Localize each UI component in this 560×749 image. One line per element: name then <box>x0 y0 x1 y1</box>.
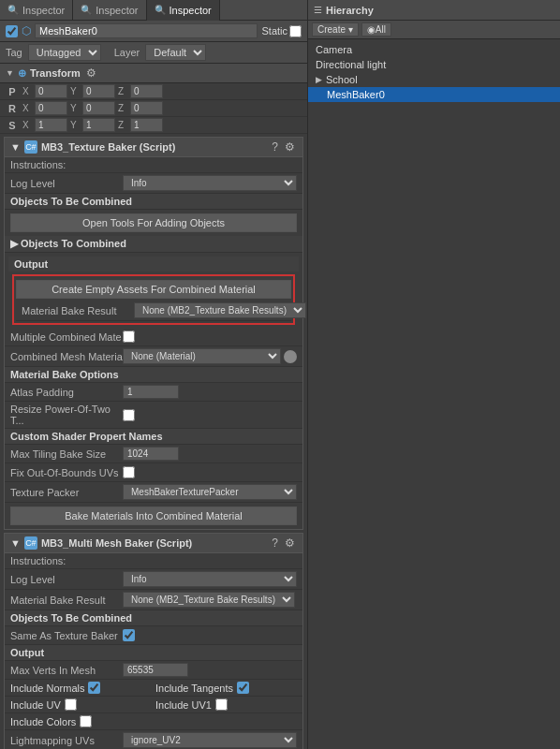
max-verts-row: Max Verts In Mesh <box>5 661 302 680</box>
same-as-texture-checkbox[interactable] <box>123 629 135 641</box>
material-bake-options-label: Material Bake Options <box>10 369 119 380</box>
max-verts-input[interactable] <box>123 663 188 677</box>
object-type-icon: ⬡ <box>22 24 31 37</box>
sub-objects-header[interactable]: ▶ Objects To Combined <box>5 236 302 253</box>
atlas-padding-row: Atlas Padding <box>5 383 302 402</box>
log-level-row-tb: Log Level Info <box>5 173 302 194</box>
tag-row: Tag Untagged Layer Default <box>0 42 307 64</box>
include-uv1-col: Include UV1 <box>155 698 297 711</box>
inspector-icon-2: 🔍 <box>81 5 92 15</box>
material-bake-options-header[interactable]: Material Bake Options <box>5 367 302 383</box>
texture-baker-arrow: ▼ <box>10 141 21 153</box>
include-normals-row: Include Normals Include Tangents <box>5 680 302 697</box>
hier-item-meshbaker0[interactable]: MeshBaker0 <box>308 87 560 102</box>
material-bake-dropdown-mmb[interactable]: None (MB2_Texture Bake Results) <box>123 592 295 608</box>
material-bake-result-dropdown[interactable]: None (MB2_Texture Bake Results) <box>134 302 306 318</box>
resize-power-checkbox[interactable] <box>123 409 135 421</box>
include-normals-label: Include Normals <box>10 683 84 694</box>
texture-baker-header[interactable]: ▼ C# MB3_Texture Baker (Script) ? ⚙ <box>5 138 302 157</box>
include-uv-col: Include UV <box>10 698 152 711</box>
log-level-label-tb: Log Level <box>10 178 123 189</box>
multi-mesh-baker-header[interactable]: ▼ C# MB3_Multi Mesh Baker (Script) ? ⚙ <box>5 534 302 553</box>
sub-objects-label: ▶ Objects To Combined <box>10 238 126 250</box>
tab-inspector-1[interactable]: 🔍 Inspector <box>0 0 73 21</box>
log-level-dropdown-tb[interactable]: Info <box>123 175 297 191</box>
custom-shader-header[interactable]: Custom Shader Propert Names <box>5 429 302 445</box>
texture-baker-help-icon[interactable]: ? <box>270 140 280 154</box>
transform-settings-icon[interactable]: ⚙ <box>84 66 98 80</box>
object-active-checkbox[interactable] <box>6 25 18 37</box>
include-uv1-label: Include UV1 <box>155 699 212 711</box>
same-as-texture-label: Same As Texture Baker <box>10 630 123 641</box>
include-uv-checkbox[interactable] <box>65 698 77 711</box>
combined-mesh-dot-icon[interactable] <box>284 350 297 363</box>
hier-item-directional-light[interactable]: Directional light <box>308 57 560 72</box>
transform-icon: ⊕ <box>18 67 26 80</box>
transform-r-xyz: X Y Z <box>22 101 302 115</box>
transform-r-z[interactable] <box>130 101 163 115</box>
tab-inspector-2[interactable]: 🔍 Inspector <box>73 0 146 21</box>
transform-row-p: P X Y Z <box>0 83 307 100</box>
create-button[interactable]: Create ▾ <box>312 22 359 37</box>
hierarchy-title: Hierarchy <box>326 5 374 16</box>
output-section-tb: Output Create Empty Assets For Combined … <box>5 253 302 325</box>
transform-p-x[interactable] <box>35 84 67 98</box>
transform-p-y[interactable] <box>82 84 115 98</box>
create-assets-button[interactable]: Create Empty Assets For Combined Materia… <box>16 280 291 299</box>
fix-out-checkbox[interactable] <box>123 466 135 478</box>
combined-mesh-dropdown[interactable]: None (Material) <box>123 348 281 364</box>
max-tiling-input[interactable] <box>123 447 179 461</box>
lightmapping-row: Lightmapping UVs ignore_UV2 <box>5 730 302 749</box>
transform-r-y[interactable] <box>82 101 115 115</box>
texture-packer-dropdown[interactable]: MeshBakerTexturePacker <box>123 484 297 500</box>
bake-materials-button[interactable]: Bake Materials Into Combined Material <box>10 507 297 525</box>
output-label-mmb: Output <box>10 647 44 658</box>
include-colors-checkbox[interactable] <box>80 715 92 727</box>
include-colors-col: Include Colors <box>10 715 297 727</box>
include-colors-row: Include Colors <box>5 713 302 730</box>
transform-p-label: P <box>6 86 19 97</box>
layer-dropdown[interactable]: Default <box>145 44 206 61</box>
hierarchy-menu-icon: ☰ <box>314 5 322 15</box>
lightmapping-dropdown[interactable]: ignore_UV2 <box>123 732 297 748</box>
hier-item-camera[interactable]: Camera <box>308 42 560 57</box>
all-button[interactable]: ◉All <box>361 22 391 37</box>
inspector-content: ⬡ Static Tag Untagged Layer Default ▼ ⊕ … <box>0 21 307 749</box>
fix-out-label: Fix Out-Of-Bounds UVs <box>10 467 123 478</box>
transform-s-y[interactable] <box>82 118 115 132</box>
hier-item-school[interactable]: ▶ School <box>308 72 560 87</box>
multi-mesh-baker-title: MB3_Multi Mesh Baker (Script) <box>41 537 266 549</box>
object-name-input[interactable] <box>35 23 258 38</box>
multi-mesh-instructions: Instructions: <box>5 553 302 569</box>
transform-s-z[interactable] <box>130 118 163 132</box>
static-checkbox[interactable] <box>289 25 302 37</box>
log-level-dropdown-mmb[interactable]: Info <box>123 571 297 587</box>
object-header: ⬡ Static <box>0 21 307 42</box>
transform-header[interactable]: ▼ ⊕ Transform ⚙ <box>0 64 307 83</box>
atlas-padding-input[interactable] <box>123 385 179 399</box>
tag-dropdown[interactable]: Untagged <box>28 44 101 61</box>
include-tangents-checkbox[interactable] <box>237 682 249 694</box>
transform-p-z[interactable] <box>130 84 163 98</box>
include-normals-checkbox[interactable] <box>88 682 100 694</box>
texture-baker-settings-icon[interactable]: ⚙ <box>283 140 297 154</box>
transform-s-x[interactable] <box>35 118 67 132</box>
multi-mesh-baker-settings-icon[interactable]: ⚙ <box>283 536 297 550</box>
multi-mesh-baker-help-icon[interactable]: ? <box>270 536 280 550</box>
material-bake-label-mmb: Material Bake Result <box>10 595 123 606</box>
objects-combined-header-tb[interactable]: Objects To Be Combined <box>5 194 302 210</box>
hierarchy-header: ☰ Hierarchy <box>308 0 560 21</box>
objects-combined-header-mmb[interactable]: Objects To Be Combined <box>5 610 302 626</box>
include-uv1-checkbox[interactable] <box>215 698 228 711</box>
texture-baker-title: MB3_Texture Baker (Script) <box>41 141 266 153</box>
static-section: Static <box>261 25 302 37</box>
material-bake-row-mmb: Material Bake Result None (MB2_Texture B… <box>5 590 302 610</box>
transform-r-x[interactable] <box>35 101 67 115</box>
texture-packer-row: Texture Packer MeshBakerTexturePacker <box>5 482 302 503</box>
material-bake-result-label: Material Bake Result <box>22 305 134 316</box>
open-tools-button[interactable]: Open Tools For Adding Objects <box>10 213 297 232</box>
max-tiling-row: Max Tiling Bake Size <box>5 445 302 463</box>
tab-inspector-3[interactable]: 🔍 Inspector <box>147 0 220 21</box>
multiple-combined-checkbox[interactable] <box>123 330 135 343</box>
transform-title: Transform <box>30 67 81 79</box>
